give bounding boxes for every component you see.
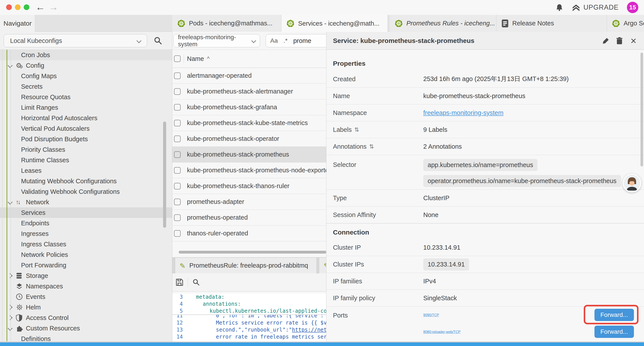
namespace-link[interactable]: freeleaps-monitoring-system xyxy=(423,109,504,116)
namespace-select[interactable]: freeleaps-monitoring-system xyxy=(174,34,260,47)
service-row[interactable]: kube-prometheus-stack-prometheus-node-ex… xyxy=(172,162,326,178)
port-9090-link[interactable]: 9090/TCP xyxy=(423,313,439,317)
upgrade-button[interactable]: UPGRADE xyxy=(572,3,618,11)
row-checkbox[interactable] xyxy=(174,104,180,111)
sidebar-item-config-maps[interactable]: Config Maps xyxy=(0,71,172,81)
sidebar-item-custom-resources[interactable]: Custom Resources xyxy=(0,323,172,334)
sidebar-item-port-forwarding[interactable]: Port Forwarding xyxy=(0,260,172,271)
service-row[interactable]: kube-prometheus-stack-grafana xyxy=(172,99,326,115)
sidebar-item-namespaces[interactable]: Namespaces xyxy=(0,281,172,292)
editor-tab-partial[interactable]: ✎ xyxy=(319,258,326,273)
sidebar-item-horizontal-pod-autoscalers[interactable]: Horizontal Pod Autoscalers xyxy=(0,113,172,123)
horizontal-scrollbar[interactable] xyxy=(179,251,326,254)
row-checkbox[interactable] xyxy=(174,136,180,142)
detail-scrollbar[interactable] xyxy=(640,52,643,166)
sidebar-item-leases[interactable]: Leases xyxy=(0,165,172,176)
sidebar-item-endpoints[interactable]: Endpoints xyxy=(0,218,172,228)
sidebar-item-secrets[interactable]: Secrets xyxy=(0,81,172,92)
sidebar-item-events[interactable]: Events xyxy=(0,292,172,302)
sidebar-item-helm[interactable]: Helm xyxy=(0,302,172,313)
sidebar-item-config[interactable]: ⚙⚙ Config xyxy=(0,60,172,71)
sort-ascending-icon[interactable]: ^ xyxy=(207,55,210,62)
sidebar-item-mutating-webhook-configurations[interactable]: Mutating Webhook Configurations xyxy=(0,176,172,186)
sidebar-scrollbar[interactable] xyxy=(163,122,166,228)
list-search-input[interactable]: Aa .* prome xyxy=(266,34,326,47)
traffic-light-minimize[interactable] xyxy=(15,4,20,10)
sidebar-item-definitions[interactable]: Definitions xyxy=(0,334,172,341)
match-case-toggle[interactable]: Aa xyxy=(270,37,278,44)
service-row[interactable]: prometheus-adapter xyxy=(172,194,326,210)
clock-icon xyxy=(16,293,26,300)
detail-row-namespace: Namespace freeleaps-monitoring-system xyxy=(326,104,644,121)
kubeconfig-select[interactable]: Local Kubeconfigs xyxy=(4,34,147,47)
sidebar-item-validating-webhook-configurations[interactable]: Validating Webhook Configurations xyxy=(0,186,172,197)
row-checkbox[interactable] xyxy=(174,88,180,95)
service-row[interactable]: prometheus-operated xyxy=(172,210,326,226)
port-8080-link[interactable]: 8080:reloader-web/TCP xyxy=(423,330,460,334)
tab-argo[interactable]: Argo Se xyxy=(607,15,644,32)
sidebar-item-services[interactable]: Services xyxy=(0,207,172,218)
sidebar-item-ingress-classes[interactable]: Ingress Classes xyxy=(0,239,172,249)
sidebar-item-network-policies[interactable]: Network Policies xyxy=(0,249,172,260)
tab-release-notes[interactable]: Release Notes xyxy=(496,15,607,32)
sort-icon[interactable]: ⇅ xyxy=(369,143,374,150)
sidebar-item-storage[interactable]: Storage xyxy=(0,271,172,281)
sidebar-item-vertical-pod-autoscalers[interactable]: Vertical Pod Autoscalers xyxy=(0,123,172,134)
forward-arrow-icon[interactable]: → xyxy=(49,2,58,12)
delete-icon[interactable] xyxy=(614,36,624,46)
select-all-checkbox[interactable] xyxy=(174,55,180,62)
service-row[interactable]: kube-prometheus-stack-operator xyxy=(172,131,326,147)
editor-search-icon[interactable] xyxy=(192,278,200,286)
edit-icon[interactable] xyxy=(601,36,611,46)
avatar[interactable] xyxy=(622,174,641,193)
regex-toggle[interactable]: .* xyxy=(284,37,288,44)
sidebar-item-pod-disruption-budgets[interactable]: Pod Disruption Budgets xyxy=(0,134,172,144)
name-column-header[interactable]: Name xyxy=(187,55,204,62)
service-row[interactable]: alertmanager-operated xyxy=(172,68,326,84)
sidebar-item-runtime-classes[interactable]: Runtime Classes xyxy=(0,155,172,165)
editor-tab-prometheusrule[interactable]: ✎ PrometheusRule: freeleaps-prod-rabbitm… xyxy=(175,258,317,273)
close-icon[interactable]: × xyxy=(628,36,638,46)
navigator-panel-tab[interactable]: Navigator xyxy=(0,15,35,32)
yaml-editor[interactable]: 3metadata: 4annotations: 5kubectl.kubern… xyxy=(172,294,326,342)
save-icon[interactable] xyxy=(175,278,184,287)
navigator-panel: Local Kubeconfigs Cron Jobs ⚙⚙ Config Co… xyxy=(0,32,172,346)
row-checkbox[interactable] xyxy=(174,120,180,126)
service-row[interactable]: kube-prometheus-stack-kube-state-metrics xyxy=(172,115,326,131)
section-title-connection: Connection xyxy=(326,226,644,239)
row-checkbox[interactable] xyxy=(174,167,180,174)
row-checkbox[interactable] xyxy=(174,151,180,158)
tab-pods[interactable]: Pods - icecheng@mathmas... xyxy=(172,15,282,32)
row-checkbox[interactable] xyxy=(174,214,180,221)
back-arrow-icon[interactable]: ← xyxy=(36,2,45,12)
sidebar-search-icon[interactable] xyxy=(154,36,163,45)
service-row[interactable]: thanos-ruler-operated xyxy=(172,226,326,241)
row-checkbox[interactable] xyxy=(174,183,180,189)
row-checkbox[interactable] xyxy=(174,72,180,79)
row-checkbox[interactable] xyxy=(174,230,180,237)
tab-label: Services - icecheng@math... xyxy=(298,20,380,27)
notifications-count-badge[interactable]: 15 xyxy=(627,2,638,13)
tab-prometheus-rules[interactable]: Prometheus Rules - icecheng... xyxy=(390,15,496,32)
helm-wheel-icon xyxy=(16,304,26,311)
tab-services[interactable]: Services - icecheng@math... × xyxy=(282,15,388,32)
sidebar-item-network[interactable]: ↑↓ Network xyxy=(0,197,172,207)
forward-button[interactable]: Forward... xyxy=(594,326,634,338)
notification-bell-icon[interactable] xyxy=(556,3,563,11)
sort-icon[interactable]: ⇅ xyxy=(354,126,359,133)
sidebar-item-access-control[interactable]: Access Control xyxy=(0,313,172,323)
traffic-light-zoom[interactable] xyxy=(24,4,29,10)
row-checkbox[interactable] xyxy=(174,199,180,205)
sidebar-item-ingresses[interactable]: Ingresses xyxy=(0,228,172,239)
sidebar-item-cron-jobs[interactable]: Cron Jobs xyxy=(0,50,172,60)
detail-row-selector: Selector app.kubernetes.io/name=promethe… xyxy=(326,155,644,190)
sidebar-item-priority-classes[interactable]: Priority Classes xyxy=(0,144,172,155)
runbook-url-link[interactable]: https://net xyxy=(292,326,326,333)
service-row[interactable]: kube-prometheus-stack-alertmanager xyxy=(172,84,326,99)
service-row[interactable]: kube-prometheus-stack-thanos-ruler xyxy=(172,178,326,194)
sidebar-item-limit-ranges[interactable]: Limit Ranges xyxy=(0,102,172,113)
service-row-selected[interactable]: kube-prometheus-stack-prometheus xyxy=(172,147,326,162)
sidebar-item-resource-quotas[interactable]: Resource Quotas xyxy=(0,92,172,102)
detail-row-ip-families: IP families IPv4 xyxy=(326,273,644,290)
traffic-light-close[interactable] xyxy=(6,4,12,10)
